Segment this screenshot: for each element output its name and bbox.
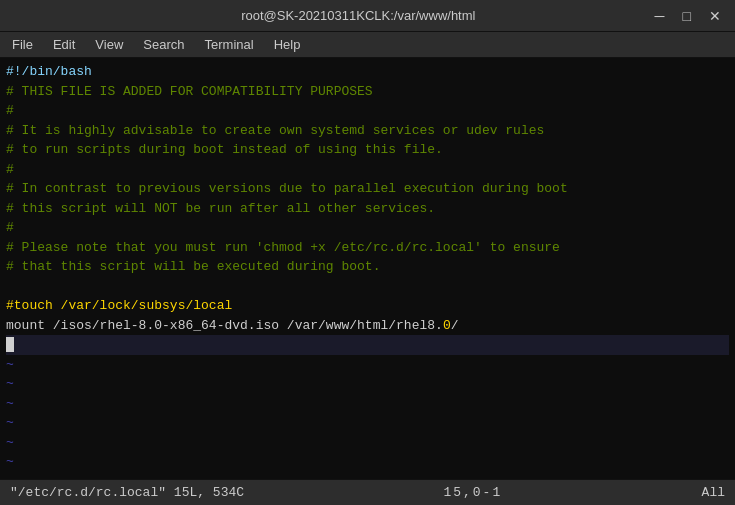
editor-line: # to run scripts during boot instead of … [6,140,729,160]
editor-line: # [6,101,729,121]
editor-line: ~ [6,374,729,394]
editor-line: ~ [6,413,729,433]
editor-line: #!/bin/bash [6,62,729,82]
close-button[interactable]: ✕ [703,6,727,26]
menu-item-help[interactable]: Help [266,35,309,54]
status-scroll: All [702,485,725,500]
editor-line: # THIS FILE IS ADDED FOR COMPATIBILITY P… [6,82,729,102]
editor-line: # Please note that you must run 'chmod +… [6,238,729,258]
editor: #!/bin/bash# THIS FILE IS ADDED FOR COMP… [0,58,735,479]
editor-line: # that this script will be executed duri… [6,257,729,277]
menu-item-edit[interactable]: Edit [45,35,83,54]
menu-item-search[interactable]: Search [135,35,192,54]
menu-item-terminal[interactable]: Terminal [197,35,262,54]
window-controls: ─ □ ✕ [649,6,727,26]
status-file-info: "/etc/rc.d/rc.local" 15L, 534C [10,485,244,500]
editor-line: ~ [6,452,729,472]
editor-line [6,335,729,355]
menubar: FileEditViewSearchTerminalHelp [0,32,735,58]
status-position: 15,0-1 [443,485,502,500]
editor-line: ~ [6,355,729,375]
editor-line: ~ [6,433,729,453]
menu-item-file[interactable]: File [4,35,41,54]
editor-line: #touch /var/lock/subsys/local [6,296,729,316]
editor-line: # In contrast to previous versions due t… [6,179,729,199]
window-title: root@SK-20210311KCLK:/var/www/html [68,8,649,23]
editor-line: mount /isos/rhel-8.0-x86_64-dvd.iso /var… [6,316,729,336]
editor-line: ~ [6,394,729,414]
editor-line: # [6,218,729,238]
titlebar: root@SK-20210311KCLK:/var/www/html ─ □ ✕ [0,0,735,32]
statusbar: "/etc/rc.d/rc.local" 15L, 534C 15,0-1 Al… [0,479,735,505]
editor-line: # this script will NOT be run after all … [6,199,729,219]
minimize-button[interactable]: ─ [649,6,671,26]
editor-line: # [6,160,729,180]
maximize-button[interactable]: □ [677,6,697,26]
menu-item-view[interactable]: View [87,35,131,54]
editor-line: # It is highly advisable to create own s… [6,121,729,141]
editor-line [6,277,729,297]
